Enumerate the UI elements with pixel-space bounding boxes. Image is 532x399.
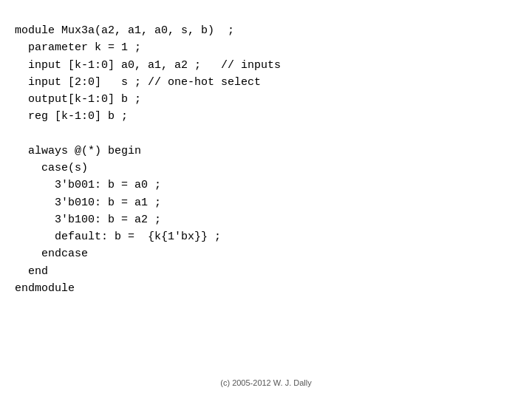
code-block: module Mux3a(a2, a1, a0, s, b) ; paramet…: [15, 22, 502, 297]
footer-text: (c) 2005-2012 W. J. Dally: [220, 378, 312, 387]
code-container: module Mux3a(a2, a1, a0, s, b) ; paramet…: [0, 0, 532, 371]
footer: (c) 2005-2012 W. J. Dally: [0, 371, 532, 399]
